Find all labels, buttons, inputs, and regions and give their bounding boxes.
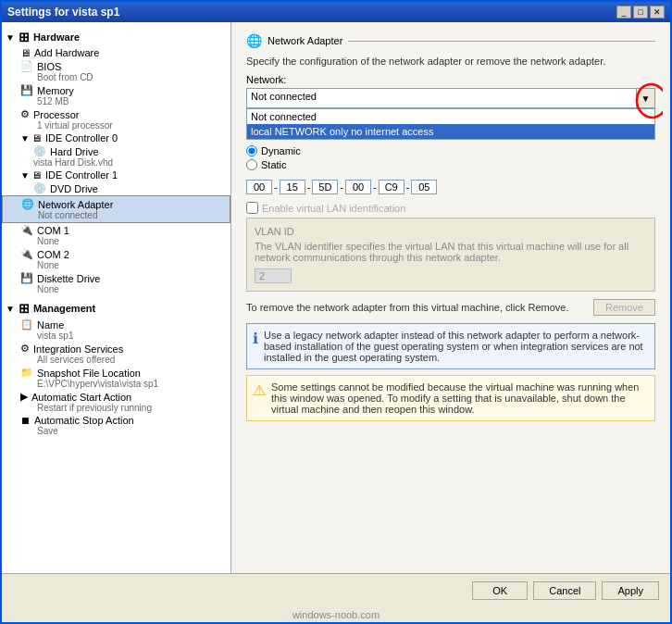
section-divider	[348, 41, 655, 42]
remove-desc: To remove the network adapter from this …	[246, 302, 593, 313]
sidebar-item-network-adapter[interactable]: 🌐 Network Adapter Not connected	[2, 195, 230, 223]
ide0-children: 💿 Hard Drive vista Hard Disk.vhd	[2, 144, 230, 168]
sidebar-item-integration[interactable]: ⚙ Integration Services All services offe…	[2, 342, 230, 366]
sidebar-item-name[interactable]: 📋 Name vista sp1	[2, 318, 230, 342]
ide1-expand: ▼	[20, 170, 30, 181]
memory-icon: 💾	[20, 84, 33, 96]
sidebar-item-add-hardware[interactable]: 🖥 Add Hardware	[2, 46, 230, 59]
radio-dynamic[interactable]	[246, 145, 257, 156]
auto-stop-sub: Save	[20, 426, 230, 436]
cancel-button[interactable]: Cancel	[533, 581, 596, 600]
sidebar-item-bios[interactable]: 📄 BIOS Boot from CD	[2, 59, 230, 83]
sidebar-item-snapshot[interactable]: 📁 Snapshot File Location E:\VPC\hyperv\v…	[2, 366, 230, 390]
dvd-drive-label: DVD Drive	[50, 183, 98, 194]
warn-text: Some settings cannot be modified because…	[271, 381, 649, 415]
mac-address-row: - - - - -	[246, 180, 655, 194]
dropdown-option-not-connected[interactable]: Not connected	[247, 109, 654, 124]
ide0-expand: ▼	[20, 133, 30, 144]
network-dropdown-button[interactable]: ▼	[637, 88, 655, 108]
dropdown-option-local-network[interactable]: local NETWORK only no internet access	[247, 124, 654, 139]
info-text: Use a legacy network adapter instead of …	[264, 330, 649, 363]
apply-button[interactable]: Apply	[602, 581, 659, 600]
management-expand-icon: ▼	[6, 304, 15, 314]
network-adapter-label: Network Adapter	[38, 199, 113, 210]
add-hardware-icon: 🖥	[20, 47, 31, 58]
integration-sub: All services offered	[20, 355, 230, 365]
sidebar-item-dvd-drive[interactable]: 💿 DVD Drive	[33, 181, 230, 195]
radio-static-row: Static	[246, 159, 655, 170]
sidebar-item-processor[interactable]: ⚙ Processor 1 virtual processor	[2, 107, 230, 131]
memory-label: Memory	[37, 85, 74, 96]
vlan-group: VLAN ID The VLAN identifier specifies th…	[246, 218, 655, 292]
sidebar: ▼ ⊞ Hardware 🖥 Add Hardware 📄 BIOS	[2, 22, 231, 573]
sidebar-item-hard-drive[interactable]: 💿 Hard Drive vista Hard Disk.vhd	[33, 144, 230, 168]
vlan-checkbox[interactable]	[246, 202, 258, 214]
snapshot-sub: E:\VPC\hyperv\vista\vista sp1	[20, 379, 230, 389]
memory-sub: 512 MB	[20, 96, 230, 106]
name-icon: 📋	[20, 318, 33, 331]
sidebar-item-auto-start[interactable]: ▶ Automatic Start Action Restart if prev…	[2, 390, 230, 414]
processor-sub: 1 virtual processor	[20, 120, 230, 131]
minimize-button[interactable]: _	[616, 6, 631, 19]
remove-button[interactable]: Remove	[593, 299, 655, 316]
sidebar-item-com2[interactable]: 🔌 COM 2 None	[2, 247, 230, 271]
hardware-header[interactable]: ▼ ⊞ Hardware	[2, 28, 230, 46]
section-title: Network Adapter	[268, 35, 342, 46]
management-icon: ⊞	[19, 301, 30, 316]
close-button[interactable]: ✕	[650, 6, 665, 19]
ide0-icon: 🖥	[31, 132, 42, 144]
hard-drive-sub: vista Hard Disk.vhd	[33, 157, 230, 168]
sidebar-item-diskette[interactable]: 💾 Diskette Drive None	[2, 271, 230, 295]
diskette-label: Diskette Drive	[37, 273, 100, 284]
com1-icon: 🔌	[20, 224, 33, 236]
sidebar-item-auto-stop[interactable]: ⏹ Automatic Stop Action Save	[2, 414, 230, 437]
radio-static[interactable]	[246, 159, 257, 170]
ok-button[interactable]: OK	[472, 581, 528, 600]
sidebar-item-ide1[interactable]: ▼ 🖥 IDE Controller 1	[2, 168, 230, 181]
sidebar-item-ide0[interactable]: ▼ 🖥 IDE Controller 0	[2, 131, 230, 144]
ide1-children: 💿 DVD Drive	[2, 181, 230, 195]
hardware-icon: ⊞	[19, 30, 30, 44]
diskette-sub: None	[20, 284, 230, 294]
mac-field-4[interactable]	[345, 180, 371, 194]
remove-row: To remove the network adapter from this …	[246, 299, 655, 316]
radio-dynamic-row: Dynamic	[246, 145, 655, 156]
sidebar-item-com1[interactable]: 🔌 COM 1 None	[2, 223, 230, 247]
vlan-desc: The VLAN identifier specifies the virtua…	[255, 241, 647, 263]
mac-sep-3: -	[340, 181, 343, 193]
window-title: Settings for vista sp1	[7, 6, 119, 19]
title-bar: Settings for vista sp1 _ □ ✕	[2, 2, 670, 22]
warn-icon: ⚠	[253, 381, 266, 399]
mac-field-1[interactable]	[246, 180, 272, 194]
management-header[interactable]: ▼ ⊞ Management	[2, 299, 230, 318]
network-field-label: Network:	[246, 74, 655, 85]
auto-stop-label: Automatic Stop Action	[34, 415, 134, 426]
vlan-field	[255, 268, 292, 283]
network-dropdown-outer: Not connected ▼	[246, 88, 655, 108]
sidebar-item-memory[interactable]: 💾 Memory 512 MB	[2, 83, 230, 107]
section-header: 🌐 Network Adapter	[246, 33, 655, 48]
info-icon: ℹ	[253, 330, 258, 347]
auto-start-label: Automatic Start Action	[31, 392, 131, 403]
mac-field-6[interactable]	[411, 180, 437, 194]
com2-sub: None	[20, 260, 230, 270]
auto-start-icon: ▶	[20, 391, 28, 403]
management-label: Management	[33, 303, 95, 314]
mac-field-2[interactable]	[280, 180, 305, 194]
network-dropdown-value[interactable]: Not connected	[246, 88, 637, 108]
mac-sep-1: -	[274, 181, 278, 193]
vlan-checkbox-label: Enable virtual LAN identification	[262, 203, 405, 214]
mac-sep-4: -	[373, 181, 377, 193]
right-panel: 🌐 Network Adapter Specify the configurat…	[231, 22, 670, 573]
hardware-section: ▼ ⊞ Hardware 🖥 Add Hardware 📄 BIOS	[2, 26, 230, 297]
processor-icon: ⚙	[20, 108, 30, 120]
mac-field-3[interactable]	[312, 180, 338, 194]
radio-static-label: Static	[261, 159, 287, 170]
dropdown-list[interactable]: Not connected local NETWORK only no inte…	[246, 108, 655, 140]
maximize-button[interactable]: □	[633, 6, 648, 19]
hard-drive-icon: 💿	[33, 145, 46, 157]
mac-field-5[interactable]	[379, 180, 404, 194]
snapshot-icon: 📁	[20, 367, 33, 379]
dvd-drive-icon: 💿	[33, 182, 46, 194]
com1-label: COM 1	[37, 225, 69, 236]
